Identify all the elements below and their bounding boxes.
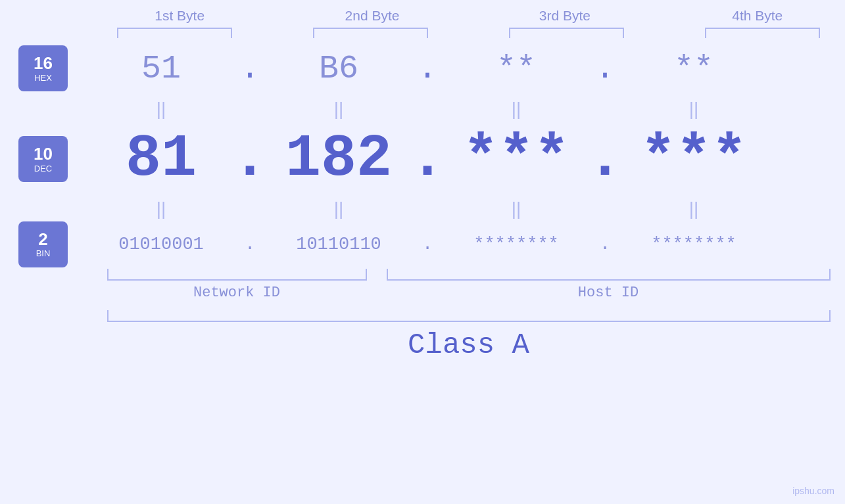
dec-b1: 81 bbox=[92, 126, 230, 193]
bracket-b4 bbox=[705, 28, 820, 38]
sep1-b3: || bbox=[447, 99, 585, 120]
badge-sep1 bbox=[18, 92, 92, 126]
bin-badge-num: 2 bbox=[38, 230, 47, 249]
sep-row-1: || || || || bbox=[92, 92, 815, 126]
class-label: Class A bbox=[107, 329, 831, 361]
byte2-header: 2nd Byte bbox=[303, 8, 441, 24]
dec-row: 81 . 182 . *** . *** bbox=[92, 126, 815, 192]
bin-b3: ******** bbox=[447, 235, 585, 254]
network-id-label: Network ID bbox=[107, 285, 367, 301]
bin-b1: 01010001 bbox=[92, 235, 230, 254]
hex-dot1: . bbox=[230, 50, 270, 87]
class-bracket bbox=[107, 310, 831, 322]
bin-badge: 2 BIN bbox=[18, 221, 68, 267]
sep1-b2: || bbox=[270, 99, 408, 120]
hex-b3: ** bbox=[447, 50, 585, 87]
dec-b3: *** bbox=[447, 126, 585, 193]
bin-b4: ******** bbox=[625, 235, 763, 254]
bin-b2: 10110110 bbox=[270, 235, 408, 254]
sep1-b1: || bbox=[92, 99, 230, 120]
bracket-gap bbox=[367, 269, 387, 281]
id-label-gap bbox=[367, 285, 387, 301]
bin-dot3: . bbox=[585, 235, 625, 254]
bin-dot1: . bbox=[230, 235, 270, 254]
bin-badge-row: 2 BIN bbox=[18, 226, 92, 262]
sep-row-2: || || || || bbox=[92, 192, 815, 226]
byte1-header: 1st Byte bbox=[110, 8, 249, 24]
host-id-label: Host ID bbox=[387, 285, 831, 301]
network-id-bracket bbox=[107, 269, 367, 281]
dec-b4: *** bbox=[625, 126, 763, 193]
bracket-b2 bbox=[313, 28, 428, 38]
bottom-brackets bbox=[107, 269, 831, 281]
byte-headers-row: 1st Byte 2nd Byte 3rd Byte 4th Byte bbox=[107, 8, 831, 24]
bin-badge-label: BIN bbox=[36, 248, 51, 258]
class-bracket-row bbox=[107, 310, 831, 322]
hex-b4: ** bbox=[625, 50, 763, 87]
hex-badge: 16 HEX bbox=[18, 45, 68, 91]
bin-dot2: . bbox=[408, 235, 447, 254]
dec-badge-row: 10 DEC bbox=[18, 126, 92, 192]
rows-container: 51 . B6 . ** . ** || || || || 81 bbox=[92, 45, 845, 262]
byte4-header: 4th Byte bbox=[688, 8, 827, 24]
bracket-b3 bbox=[509, 28, 624, 38]
badges-column: 16 HEX 10 DEC 2 BIN bbox=[0, 45, 92, 262]
host-id-bracket bbox=[387, 269, 831, 281]
dec-badge-label: DEC bbox=[34, 164, 52, 173]
top-brackets bbox=[107, 28, 831, 38]
byte3-header: 3rd Byte bbox=[496, 8, 634, 24]
sep2-b1: || bbox=[92, 198, 230, 219]
hex-b1: 51 bbox=[92, 50, 230, 87]
content-area: 16 HEX 10 DEC 2 BIN bbox=[0, 45, 845, 262]
sep1-b4: || bbox=[625, 99, 763, 120]
hex-badge-num: 16 bbox=[34, 54, 53, 73]
bin-row: 01010001 . 10110110 . ******** . *******… bbox=[92, 226, 815, 262]
dec-b2: 182 bbox=[270, 126, 408, 193]
hex-row: 51 . B6 . ** . ** bbox=[92, 45, 815, 92]
hex-badge-label: HEX bbox=[34, 73, 52, 83]
hex-badge-row: 16 HEX bbox=[18, 45, 92, 92]
sep2-b3: || bbox=[447, 198, 585, 219]
watermark: ipshu.com bbox=[792, 486, 834, 496]
hex-b2: B6 bbox=[270, 50, 408, 87]
dec-dot1: . bbox=[230, 126, 270, 193]
dec-dot2: . bbox=[408, 126, 447, 193]
sep2-b4: || bbox=[625, 198, 763, 219]
dec-badge-num: 10 bbox=[34, 145, 53, 164]
id-labels: Network ID Host ID bbox=[107, 285, 831, 301]
dec-dot3: . bbox=[585, 126, 625, 193]
hex-dot2: . bbox=[408, 50, 447, 87]
sep2-b2: || bbox=[270, 198, 408, 219]
dec-badge: 10 DEC bbox=[18, 136, 68, 182]
hex-dot3: . bbox=[585, 50, 625, 87]
main-container: 1st Byte 2nd Byte 3rd Byte 4th Byte 16 H… bbox=[0, 0, 845, 504]
bracket-b1 bbox=[117, 28, 232, 38]
